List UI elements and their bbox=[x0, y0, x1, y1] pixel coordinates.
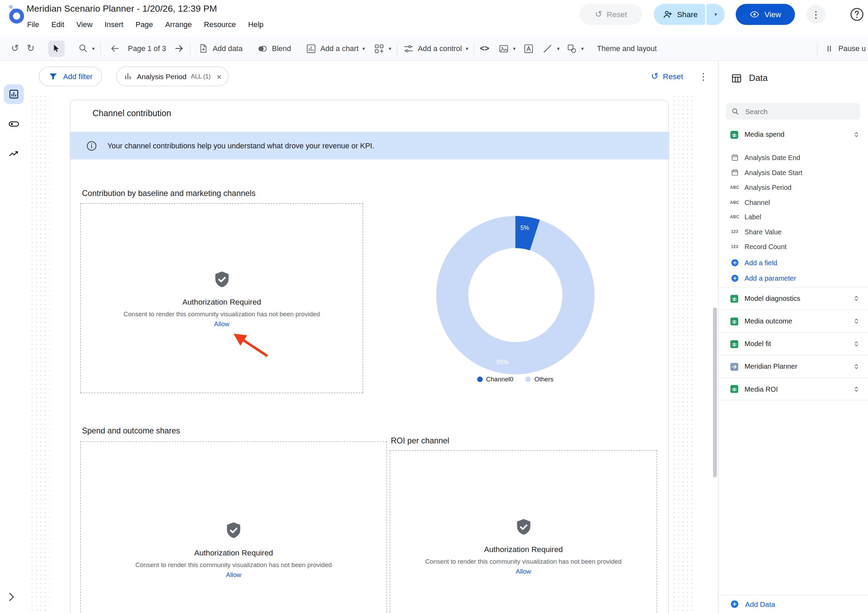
menu-page[interactable]: Page bbox=[129, 19, 159, 31]
help-icon[interactable] bbox=[849, 6, 865, 22]
filter-reset-button[interactable]: ↺ Reset bbox=[651, 72, 684, 81]
field-row[interactable]: ABC Analysis Period bbox=[719, 180, 868, 195]
document-title[interactable]: Meridian Scenario Planner - 1/20/26, 12:… bbox=[27, 3, 217, 14]
canvas-grid-dots bbox=[30, 94, 50, 613]
rail-controls-tab[interactable] bbox=[4, 114, 24, 134]
contribution-donut-chart[interactable]: 5% 95% bbox=[427, 206, 604, 384]
header-reset-button[interactable]: ↺ Reset bbox=[580, 4, 642, 25]
undo-button[interactable]: ↺ bbox=[11, 44, 19, 53]
field-row[interactable]: ABC Label bbox=[719, 210, 868, 224]
allow-link[interactable]: Allow bbox=[516, 568, 531, 575]
select-tool-button[interactable] bbox=[48, 40, 64, 57]
slice-label-channel0: 5% bbox=[520, 224, 529, 231]
field-label: Channel bbox=[745, 199, 770, 206]
page-indicator[interactable]: Page 1 of 3 bbox=[128, 44, 166, 53]
share-split-button: Share ▾ bbox=[654, 4, 725, 25]
theme-and-layout-button[interactable]: Theme and layout bbox=[597, 44, 657, 53]
expand-rail-chevron-icon[interactable] bbox=[5, 591, 17, 603]
data-source-row[interactable]: Model fit bbox=[719, 332, 868, 355]
toolbar-divider bbox=[474, 42, 474, 55]
embed-code-button[interactable]: <> bbox=[480, 45, 489, 53]
field-row[interactable]: Analysis Date Start bbox=[719, 165, 868, 180]
menu-edit[interactable]: Edit bbox=[45, 19, 70, 31]
menu-resource[interactable]: Resource bbox=[198, 19, 242, 31]
remove-filter-icon[interactable]: × bbox=[217, 72, 222, 81]
view-button[interactable]: View bbox=[736, 4, 795, 25]
menu-file[interactable]: File bbox=[21, 19, 45, 31]
expand-fields-icon[interactable] bbox=[852, 363, 860, 371]
insert-text-button[interactable] bbox=[523, 43, 534, 54]
filter-chip-name: Analysis Period bbox=[137, 72, 187, 81]
expand-fields-icon[interactable] bbox=[852, 385, 860, 393]
menu-view[interactable]: View bbox=[70, 19, 98, 31]
data-source-media-spend[interactable]: Media spend bbox=[719, 126, 868, 143]
rail-report-tab[interactable] bbox=[4, 84, 24, 104]
legend-item-channel0[interactable]: Channel0 bbox=[477, 376, 513, 382]
expand-fields-icon[interactable] bbox=[852, 295, 860, 303]
add-parameter-button[interactable]: Add a parameter bbox=[719, 271, 868, 286]
legend-item-others[interactable]: Others bbox=[525, 376, 553, 382]
previous-page-button[interactable] bbox=[110, 43, 120, 54]
menu-arrange[interactable]: Arrange bbox=[159, 19, 198, 31]
field-row[interactable]: 123 Share Value bbox=[719, 224, 868, 239]
community-viz-placeholder-contribution: Authorization Required Consent to render… bbox=[80, 203, 363, 393]
caret-down-icon: ▾ bbox=[513, 46, 516, 51]
add-data-label: Add data bbox=[213, 44, 243, 53]
authorization-message: Consent to render this community visuali… bbox=[135, 562, 332, 568]
add-data-source-button[interactable]: Add Data bbox=[719, 595, 868, 613]
info-banner-text: Your channel contributions help you unde… bbox=[108, 141, 374, 150]
search-input[interactable] bbox=[744, 107, 855, 116]
data-source-row[interactable]: Model diagnostics bbox=[719, 287, 868, 309]
sheets-source-icon bbox=[730, 130, 739, 139]
filter-bar: Add filter Analysis Period ALL (1) × ↺ R… bbox=[28, 61, 718, 92]
share-label: Share bbox=[677, 10, 698, 19]
insert-shape-button[interactable]: ▾ bbox=[566, 43, 584, 54]
analysis-period-filter-chip[interactable]: Analysis Period ALL (1) × bbox=[116, 67, 229, 86]
field-row[interactable]: Analysis Date End bbox=[719, 150, 868, 165]
field-row[interactable]: ABC Channel bbox=[719, 195, 868, 210]
field-label: Analysis Date Start bbox=[745, 169, 803, 177]
add-field-label: Add a field bbox=[745, 259, 777, 267]
add-data-button[interactable]: Add data bbox=[198, 43, 243, 54]
community-visualizations-button[interactable]: ▾ bbox=[374, 43, 391, 54]
filter-bar-more-options-button[interactable]: ⋮ bbox=[698, 71, 708, 81]
insert-line-button[interactable]: ▾ bbox=[542, 43, 560, 54]
rail-trends-tab[interactable] bbox=[4, 144, 24, 163]
sheets-source-icon bbox=[730, 385, 739, 394]
insert-image-button[interactable]: ▾ bbox=[498, 43, 516, 54]
filter-reset-label: Reset bbox=[663, 72, 683, 81]
add-field-button[interactable]: Add a field bbox=[719, 255, 868, 270]
data-source-row[interactable]: Meridian Planner bbox=[719, 355, 868, 378]
add-control-button[interactable]: Add a control ▾ bbox=[403, 43, 468, 54]
sheets-source-icon bbox=[730, 317, 739, 326]
legend-swatch-channel0 bbox=[477, 377, 483, 382]
next-page-button[interactable] bbox=[174, 43, 184, 54]
add-chart-button[interactable]: Add a chart ▾ bbox=[305, 43, 365, 54]
data-grid-icon bbox=[731, 72, 742, 84]
line-icon bbox=[542, 43, 553, 54]
share-menu-button[interactable]: ▾ bbox=[707, 4, 725, 25]
text-type-icon: ABC bbox=[730, 200, 739, 205]
header-more-options-button[interactable]: ⋮ bbox=[807, 5, 826, 24]
data-source-row[interactable]: Media ROI bbox=[719, 378, 868, 400]
blend-button[interactable]: Blend bbox=[257, 43, 291, 54]
zoom-tool-button[interactable]: ▾ bbox=[78, 43, 95, 54]
field-row[interactable]: 123 Record Count bbox=[719, 239, 868, 254]
menu-insert[interactable]: Insert bbox=[99, 19, 129, 31]
data-panel-header: Data bbox=[719, 61, 868, 95]
data-search-box[interactable] bbox=[726, 103, 860, 119]
share-button[interactable]: Share bbox=[654, 4, 706, 25]
expand-fields-icon[interactable] bbox=[852, 340, 860, 348]
redo-button[interactable]: ↻ bbox=[27, 44, 35, 53]
collapse-fields-icon[interactable] bbox=[852, 130, 860, 138]
add-filter-button[interactable]: Add filter bbox=[39, 67, 102, 86]
expand-fields-icon[interactable] bbox=[852, 317, 860, 325]
community-viz-placeholder-roi: Authorization Required Consent to render… bbox=[390, 450, 657, 613]
data-source-row[interactable]: Media outcome bbox=[719, 309, 868, 332]
allow-link[interactable]: Allow bbox=[214, 320, 229, 327]
shield-check-icon bbox=[513, 517, 533, 537]
menu-help[interactable]: Help bbox=[242, 19, 270, 31]
pause-updates-button[interactable]: Pause u bbox=[825, 43, 868, 53]
canvas-scrollbar[interactable] bbox=[713, 307, 717, 477]
allow-link[interactable]: Allow bbox=[226, 571, 241, 578]
